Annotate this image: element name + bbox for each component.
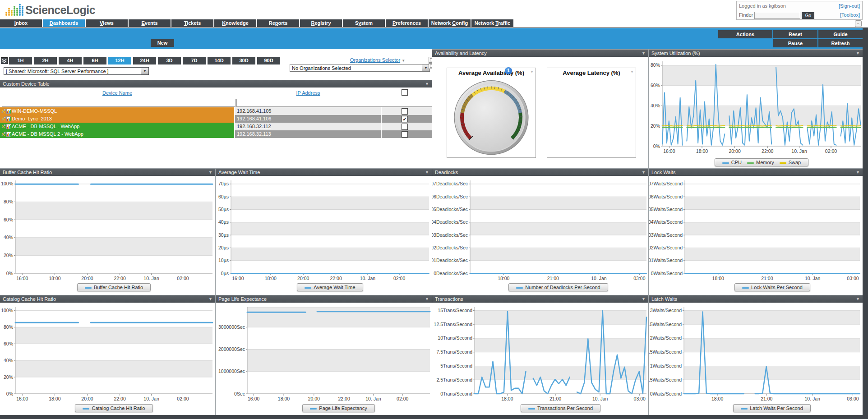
refresh-button[interactable]: Refresh xyxy=(818,39,863,47)
tab-system[interactable]: System xyxy=(343,19,385,27)
time-range-14d[interactable]: 14D xyxy=(208,57,231,64)
legend-item[interactable]: Page Life Expectancy xyxy=(310,405,367,411)
svg-text:5Trans/Second: 5Trans/Second xyxy=(440,363,472,368)
tab-network-config[interactable]: Network Config xyxy=(429,19,471,27)
time-range-30d[interactable]: 30D xyxy=(232,57,255,64)
svg-text:20:00: 20:00 xyxy=(729,148,740,154)
guide-button[interactable]: Guide xyxy=(818,30,863,38)
time-range-7d[interactable]: 7D xyxy=(183,57,206,64)
legend-item[interactable]: Buffer Cache Hit Ratio xyxy=(85,285,143,290)
panel-menu-icon[interactable]: ▼ xyxy=(425,295,429,303)
row-checkbox[interactable] xyxy=(402,131,408,138)
table-row[interactable]: WIN-DEMO-MSSQL192.168.41.105 xyxy=(0,107,432,115)
widget-menu-icon[interactable]: ▼ xyxy=(530,70,534,74)
svg-text:03:00: 03:00 xyxy=(634,396,646,401)
legend-item[interactable]: Latch Waits Per Second xyxy=(741,405,803,411)
panel-menu-icon[interactable]: ▼ xyxy=(856,50,860,57)
panel-menu-icon[interactable]: ▼ xyxy=(856,295,860,303)
device-name-cell[interactable]: ACME - DB-MSSQL - WebApp xyxy=(0,123,235,130)
reset-button[interactable]: Reset xyxy=(773,30,817,38)
tab-preferences[interactable]: Preferences xyxy=(386,19,428,27)
signout-link[interactable]: [Sign-out] xyxy=(839,1,860,10)
time-range-1h[interactable]: 1H xyxy=(9,57,32,64)
svg-text:18:00: 18:00 xyxy=(49,396,60,401)
tab-views[interactable]: Views xyxy=(86,19,128,27)
device-name-cell[interactable]: ACME - DB MSSQL 2 - WebApp xyxy=(0,130,235,138)
chevron-down-icon[interactable]: ▼ xyxy=(141,68,148,74)
panel-menu-icon[interactable]: ▼ xyxy=(642,295,646,303)
toolbox-link[interactable]: [Toolbox] xyxy=(840,10,860,19)
time-range-4h[interactable]: 4H xyxy=(59,57,82,64)
panel-header: Latch Waits▼ xyxy=(649,295,863,303)
tab-events[interactable]: Events xyxy=(129,19,171,27)
widget-menu-icon[interactable]: ▼ xyxy=(630,70,634,74)
svg-text:21:00: 21:00 xyxy=(761,276,773,281)
svg-text:16:00: 16:00 xyxy=(232,276,244,281)
panel-menu-icon[interactable]: ▼ xyxy=(208,169,212,176)
panel-menu-icon[interactable]: ▼ xyxy=(425,169,429,176)
time-range-6h[interactable]: 6H xyxy=(83,57,106,64)
legend-item[interactable]: Average Wait Time xyxy=(305,285,355,290)
legend-dash-icon xyxy=(780,162,786,164)
row-checkbox[interactable] xyxy=(402,108,408,115)
tab-inbox[interactable]: Inbox xyxy=(0,19,42,27)
panel-catalog-cache-hit-ratio: Catalog Cache Hit Ratio▼ 100%80%60%40%20… xyxy=(0,295,215,415)
panel-header: Catalog Cache Hit Ratio▼ xyxy=(0,295,215,303)
time-range-2h[interactable]: 2H xyxy=(34,57,57,64)
pause-button[interactable]: Pause xyxy=(773,39,817,47)
sciencelogic-dashboard: ScienceLogic Logged in as kgibson [Sign-… xyxy=(0,0,868,419)
svg-text:22:00: 22:00 xyxy=(114,396,125,401)
actions-button[interactable]: Actions xyxy=(718,30,772,38)
panel-menu-icon[interactable]: ▼ xyxy=(856,169,860,176)
time-presets-icon[interactable] xyxy=(1,57,8,64)
legend-item[interactable]: Lock Waits Per Second xyxy=(742,285,803,290)
svg-text:20%: 20% xyxy=(4,253,13,258)
legend-item[interactable]: Number of Deadlocks Per Second xyxy=(516,285,600,290)
checkbox-cell xyxy=(382,107,432,115)
device-name-cell[interactable]: WIN-DEMO-MSSQL xyxy=(0,107,235,115)
svg-text:0.03Waits/Second: 0.03Waits/Second xyxy=(649,232,683,238)
panel-menu-icon[interactable]: ▼ xyxy=(642,50,646,57)
device-name-cell[interactable]: Demo_Lync_2013 xyxy=(0,115,235,123)
tab-registry[interactable]: Registry xyxy=(300,19,342,27)
legend-item[interactable]: Swap xyxy=(780,160,801,165)
column-header-ip-address[interactable]: IP Address xyxy=(235,90,381,96)
organizations-selector-link[interactable]: Organizations Selector xyxy=(350,57,400,63)
panel-menu-icon[interactable]: ▼ xyxy=(642,169,646,176)
svg-text:10. Jan: 10. Jan xyxy=(804,396,820,401)
tab-network-traffic[interactable]: Network Traffic xyxy=(471,19,513,27)
tab-knowledge[interactable]: Knowledge xyxy=(214,19,256,27)
svg-text:21:00: 21:00 xyxy=(761,396,772,401)
ip-address-filter-input[interactable] xyxy=(236,99,432,107)
new-dashboard-button[interactable]: New xyxy=(151,39,174,47)
table-row[interactable]: ACME - DB MSSQL 2 - WebApp192.168.32.113 xyxy=(0,130,432,138)
row-checkbox[interactable]: ✓ xyxy=(402,116,408,122)
dashboard-select[interactable]: [ Shared: Microsoft: SQL Server Performa… xyxy=(4,67,149,75)
table-row[interactable]: Demo_Lync_2013192.168.41.106✓ xyxy=(0,115,432,123)
time-range-12h[interactable]: 12H xyxy=(108,57,131,64)
time-range-3d[interactable]: 3D xyxy=(158,57,181,64)
legend-item[interactable]: Catalog Cache Hit Ratio xyxy=(83,405,145,411)
row-checkbox[interactable] xyxy=(402,124,408,130)
device-name-filter-input[interactable] xyxy=(2,99,235,107)
svg-text:10. Jan: 10. Jan xyxy=(365,396,381,401)
panel-menu-icon[interactable]: ▼ xyxy=(208,295,212,303)
organizations-dropdown[interactable]: No Organizations Selected ▼ xyxy=(290,64,430,72)
notification-badge[interactable]: 1 xyxy=(505,67,512,74)
tab-tickets[interactable]: Tickets xyxy=(171,19,213,27)
column-header-device-name[interactable]: Device Name xyxy=(0,90,235,96)
panel-menu-icon[interactable]: ▼ xyxy=(425,80,429,87)
select-all-checkbox[interactable] xyxy=(402,89,408,96)
svg-text:20:00: 20:00 xyxy=(81,396,93,401)
legend-item[interactable]: CPU xyxy=(722,160,742,165)
legend-item[interactable]: Memory xyxy=(747,160,774,165)
time-range-24h[interactable]: 24H xyxy=(133,57,156,64)
svg-text:0.01Deadlocks/Sec: 0.01Deadlocks/Sec xyxy=(432,258,468,263)
finder-go-button[interactable]: Go xyxy=(802,12,814,19)
finder-input[interactable] xyxy=(754,12,800,19)
tab-reports[interactable]: Reports xyxy=(257,19,299,27)
legend-item[interactable]: Transactions Per Second xyxy=(528,405,593,411)
tab-dashboards[interactable]: Dashboards xyxy=(43,19,85,27)
time-range-90d[interactable]: 90D xyxy=(257,57,280,64)
table-row[interactable]: ACME - DB-MSSQL - WebApp192.168.32.112 xyxy=(0,123,432,130)
